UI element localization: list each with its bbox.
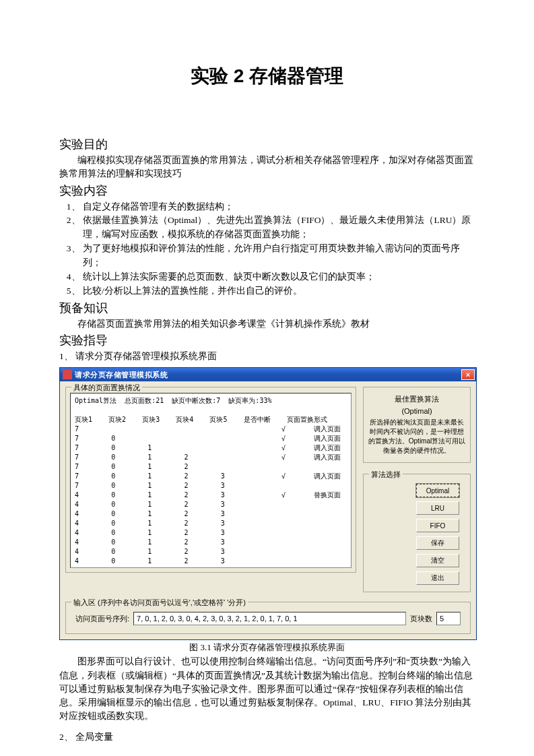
- save-button[interactable]: 保存: [416, 536, 459, 550]
- content-item: 1、 自定义存储器管理有关的数据结构；: [59, 200, 475, 214]
- sequence-input[interactable]: 7, 0, 1, 2, 0, 3, 0, 4, 2, 3, 0, 3, 2, 1…: [133, 612, 406, 625]
- app-window: 请求分页存储管理模拟系统 × 具体的页面置换情况 Optimal算法 总页面数:…: [59, 367, 477, 640]
- document-page: 实验 2 存储器管理 实验目的 编程模拟实现存储器页面置换的常用算法，调试分析相…: [0, 0, 534, 756]
- close-icon[interactable]: ×: [461, 369, 475, 380]
- content-list: 1、 自定义存储器管理有关的数据结构； 2、 依据最佳置换算法（Optimal）…: [59, 200, 475, 298]
- app-icon: [63, 370, 72, 379]
- right-panel: 最佳置换算法 (Optimal) 所选择的被淘汰页面是未来最长时间内不被访问的，…: [363, 387, 471, 596]
- algorithm-select-groupbox: 算法选择 Optimal LRU FIFO 保存 清空 退出: [363, 474, 471, 592]
- window-body: 具体的页面置换情况 Optimal算法 总页面数:21 缺页中断次数:7 缺页率…: [60, 381, 476, 602]
- fifo-button[interactable]: FIFO: [416, 519, 459, 532]
- input-groupbox: 输入区 (序列中各访问页面号以逗号','或空格符' '分开) 访问页面号序列: …: [65, 602, 471, 634]
- content-item: 3、 为了更好地模拟和评价算法的性能，允许用户自行指定可用页块数并输入需访问的页…: [59, 242, 475, 270]
- exit-button[interactable]: 退出: [416, 571, 459, 585]
- simulation-legend: 具体的页面置换情况: [71, 383, 142, 393]
- content-item: 2、 依据最佳置换算法（Optimal）、先进先出置换算法（FIFO）、最近最久…: [59, 214, 475, 242]
- algo-title: 最佳置换算法: [368, 394, 466, 404]
- input-legend: 输入区 (序列中各访问页面号以逗号','或空格符' '分开): [71, 598, 248, 608]
- guide-item-1: 1、 请求分页存储器管理模拟系统界面: [59, 350, 475, 363]
- content-item: 5、 比较/分析以上算法的置换性能，并作出自己的评价。: [59, 284, 475, 298]
- section-guide-heading: 实验指导: [59, 332, 475, 348]
- algo-subtitle: (Optimal): [368, 407, 466, 415]
- blocks-input[interactable]: 5: [436, 612, 461, 625]
- guide-paragraph: 图形界面可以自行设计、也可以使用控制台终端输出信息。“访问页面号序列”和“页块数…: [59, 655, 475, 723]
- content-item: 4、 统计以上算法实际需要的总页面数、缺页中断次数以及它们的缺页率；: [59, 270, 475, 284]
- simulation-groupbox: 具体的页面置换情况 Optimal算法 总页面数:21 缺页中断次数:7 缺页率…: [65, 387, 356, 573]
- input-row: 访问页面号序列: 7, 0, 1, 2, 0, 3, 0, 4, 2, 3, 0…: [70, 608, 466, 629]
- lru-button[interactable]: LRU: [416, 501, 459, 515]
- figure-caption: 图 3.1 请求分页存储器管理模拟系统界面: [59, 641, 475, 654]
- titlebar[interactable]: 请求分页存储管理模拟系统 ×: [60, 368, 476, 381]
- window-title: 请求分页存储管理模拟系统: [75, 370, 461, 380]
- clear-button[interactable]: 清空: [416, 554, 459, 567]
- section-prereq-text: 存储器页面置换常用算法的相关知识参考课堂《计算机操作系统》教材: [59, 317, 475, 331]
- blocks-label: 页块数: [410, 614, 432, 624]
- left-panel: 具体的页面置换情况 Optimal算法 总页面数:21 缺页中断次数:7 缺页率…: [65, 387, 356, 596]
- sequence-label: 访问页面号序列:: [75, 614, 129, 624]
- optimal-button[interactable]: Optimal: [416, 484, 459, 497]
- section-prereq-heading: 预备知识: [59, 300, 475, 316]
- section-goal-heading: 实验目的: [59, 136, 475, 152]
- algorithm-select-legend: 算法选择: [369, 470, 403, 480]
- button-column: Optimal LRU FIFO 保存 清空 退出: [368, 480, 466, 588]
- algo-description: 所选择的被淘汰页面是未来最长时间内不被访问的，是一种理想的置换方法。Optima…: [368, 418, 466, 455]
- page-title: 实验 2 存储器管理: [59, 63, 475, 89]
- simulation-listbox[interactable]: Optimal算法 总页面数:21 缺页中断次数:7 缺页率为:33% 页块1 …: [70, 393, 352, 568]
- section-content-heading: 实验内容: [59, 183, 475, 199]
- section-goal-text: 编程模拟实现存储器页面置换的常用算法，调试分析相关存储器管理程序，加深对存储器页…: [59, 154, 475, 181]
- algorithm-info-groupbox: 最佳置换算法 (Optimal) 所选择的被淘汰页面是未来最长时间内不被访问的，…: [363, 387, 471, 463]
- guide-item-2: 2、 全局变量: [59, 730, 475, 744]
